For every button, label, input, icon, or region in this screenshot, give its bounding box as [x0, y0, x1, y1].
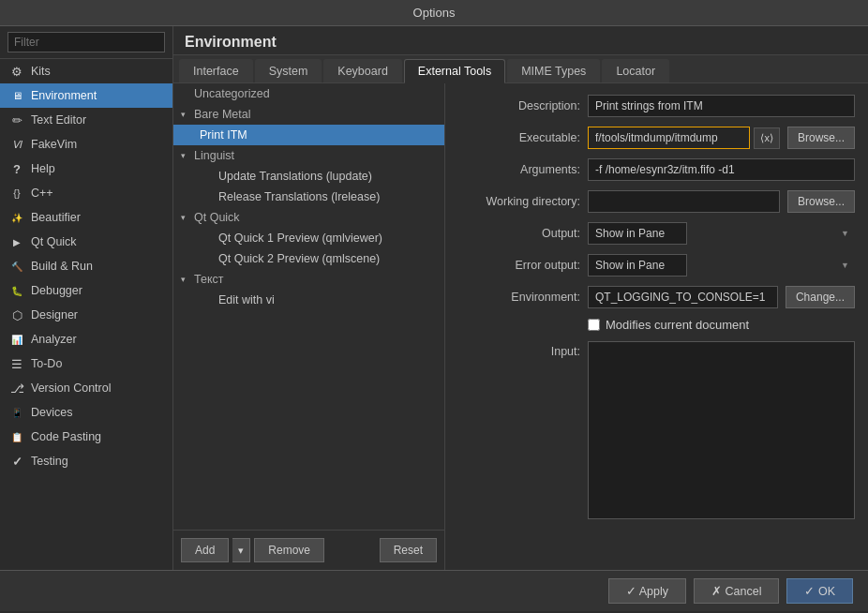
cancel-button[interactable]: ✗ Cancel: [694, 578, 779, 604]
add-button[interactable]: Add: [181, 538, 229, 562]
beautifier-icon: [9, 210, 24, 225]
apply-label: ✓ Apply: [626, 584, 668, 598]
arguments-label: Arguments:: [458, 163, 580, 176]
sidebar-label-build-run: Build & Run: [31, 260, 93, 273]
input-label: Input:: [458, 341, 580, 519]
executable-icon-button[interactable]: ⟨x⟩: [754, 127, 780, 149]
tree-item-bare-metal[interactable]: ▾ Bare Metal: [173, 104, 444, 125]
sidebar-item-fakevim[interactable]: FakeVim: [0, 132, 172, 157]
sidebar-item-help[interactable]: Help: [0, 157, 172, 181]
executable-row: Executable: ⟨x⟩ Browse...: [458, 127, 855, 149]
sidebar-item-todo[interactable]: To-Do: [0, 351, 172, 376]
tab-mime-types[interactable]: MIME Types: [507, 59, 600, 82]
tab-interface[interactable]: Interface: [179, 59, 253, 82]
form-panel: Description: Executable: ⟨x⟩ Browse...: [445, 83, 868, 570]
sidebar-label-code-pasting: Code Pasting: [31, 430, 101, 443]
output-select[interactable]: Show in Pane Append to Editor Replace Ed…: [588, 222, 687, 245]
sidebar-item-qtquick[interactable]: Qt Quick: [0, 230, 172, 254]
tree-item-print-itm[interactable]: Print ITM: [173, 125, 444, 145]
sidebar-item-text-editor[interactable]: Text Editor: [0, 108, 172, 132]
sidebar-item-analyzer[interactable]: Analyzer: [0, 327, 172, 351]
sidebar-item-vcs[interactable]: Version Control: [0, 376, 172, 400]
sidebar-item-code-pasting[interactable]: Code Pasting: [0, 425, 172, 449]
sidebar-item-designer[interactable]: Designer: [0, 303, 172, 327]
bottom-bar: ✓ Apply ✗ Cancel ✓ OK: [0, 570, 868, 611]
sidebar-label-debugger: Debugger: [31, 284, 82, 297]
tree-item-edit-vi[interactable]: Edit with vi: [173, 290, 444, 310]
tree-item-qt-quick-2[interactable]: Qt Quick 2 Preview (qmlscene): [173, 248, 444, 269]
tree-item-tekct[interactable]: ▾ Текст: [173, 269, 444, 290]
sidebar-item-environment[interactable]: Environment: [0, 83, 172, 108]
error-output-select-wrapper: Show in Pane Append to Editor Replace Ed…: [588, 254, 855, 277]
devices-icon: [9, 405, 24, 420]
vcs-icon: [9, 381, 24, 396]
cancel-label: ✗ Cancel: [711, 584, 761, 598]
arguments-input[interactable]: [588, 158, 855, 181]
tree-item-qt-quick-1[interactable]: Qt Quick 1 Preview (qmlviewer): [173, 228, 444, 248]
tab-keyboard[interactable]: Keyboard: [323, 59, 402, 82]
sidebar-label-text-editor: Text Editor: [31, 113, 86, 127]
sidebar-item-devices[interactable]: Devices: [0, 400, 172, 425]
tree-item-linguist[interactable]: ▾ Linguist: [173, 145, 444, 166]
description-input[interactable]: [588, 95, 855, 117]
arguments-row: Arguments:: [458, 158, 855, 181]
sidebar-label-environment: Environment: [31, 89, 97, 102]
content-area: Environment Interface System Keyboard Ex…: [173, 26, 868, 570]
modifies-doc-row: Modifies current document: [458, 318, 855, 332]
tab-locator[interactable]: Locator: [602, 59, 669, 82]
sidebar-label-testing: Testing: [31, 455, 68, 468]
output-row: Output: Show in Pane Append to Editor Re…: [458, 222, 855, 245]
designer-icon: [9, 307, 24, 322]
browse-working-dir-button[interactable]: Browse...: [787, 190, 855, 213]
kits-icon: [9, 64, 24, 79]
error-output-select[interactable]: Show in Pane Append to Editor Replace Ed…: [588, 254, 687, 277]
description-label: Description:: [458, 99, 580, 112]
chevron-tekct: ▾: [181, 275, 190, 284]
executable-input-area: ⟨x⟩: [588, 127, 780, 149]
sidebar-label-qtquick: Qt Quick: [31, 235, 77, 248]
apply-button[interactable]: ✓ Apply: [608, 578, 686, 604]
sidebar-item-beautifier[interactable]: Beautifier: [0, 205, 172, 230]
sidebar-label-beautifier: Beautifier: [31, 211, 81, 224]
input-textarea[interactable]: [588, 341, 855, 519]
sidebar-item-testing[interactable]: Testing: [0, 449, 172, 473]
sidebar-item-kits[interactable]: Kits: [0, 59, 172, 83]
tab-system[interactable]: System: [255, 59, 322, 82]
ok-button[interactable]: ✓ OK: [786, 578, 853, 604]
filter-input[interactable]: [7, 32, 165, 52]
description-row: Description:: [458, 95, 855, 117]
cpp-icon: [9, 186, 24, 201]
add-dropdown-button[interactable]: ▾: [232, 538, 250, 562]
debugger-icon: [9, 283, 24, 298]
tree-panel: Uncategorized ▾ Bare Metal Print ITM ▾ L…: [173, 83, 445, 530]
sidebar-list: Kits Environment Text Editor FakeVim Hel…: [0, 59, 172, 570]
tabs-row: Interface System Keyboard External Tools…: [173, 55, 868, 83]
sidebar-item-build-run[interactable]: Build & Run: [0, 254, 172, 278]
title-bar: Options: [0, 0, 868, 26]
modifies-doc-label: Modifies current document: [606, 318, 749, 332]
help-icon: [9, 161, 24, 176]
tree-footer: Add ▾ Remove Reset: [173, 530, 444, 570]
sidebar-item-debugger[interactable]: Debugger: [0, 278, 172, 303]
title-label: Options: [413, 6, 456, 20]
environment-input[interactable]: [588, 286, 778, 308]
reset-button[interactable]: Reset: [380, 538, 437, 562]
chevron-qt-quick: ▾: [181, 213, 190, 222]
sidebar-item-cpp[interactable]: C++: [0, 181, 172, 205]
tab-external-tools[interactable]: External Tools: [404, 59, 505, 83]
tree-item-release-translations[interactable]: Release Translations (lrelease): [173, 187, 444, 207]
modifies-doc-checkbox[interactable]: [588, 319, 600, 331]
remove-button[interactable]: Remove: [254, 538, 324, 562]
env-icon: [9, 88, 24, 103]
browse-executable-button[interactable]: Browse...: [787, 127, 855, 149]
working-dir-input[interactable]: [588, 190, 780, 213]
tree-item-uncategorized[interactable]: Uncategorized: [173, 83, 444, 104]
executable-input[interactable]: [588, 127, 750, 149]
tree-item-qt-quick[interactable]: ▾ Qt Quick: [173, 207, 444, 228]
tree-item-update-translations[interactable]: Update Translations (lupdate): [173, 166, 444, 187]
input-area: Input:: [458, 341, 855, 519]
sidebar-label-fakevim: FakeVim: [31, 138, 77, 151]
working-dir-label: Working directory:: [458, 195, 580, 208]
sidebar-label-vcs: Version Control: [31, 381, 111, 395]
change-environment-button[interactable]: Change...: [786, 286, 855, 308]
